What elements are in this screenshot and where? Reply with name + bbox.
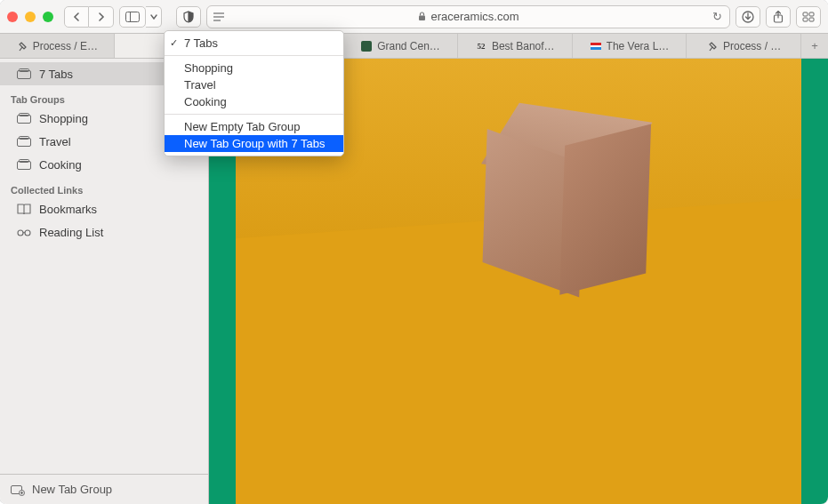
menu-item-cooking[interactable]: Cooking [165, 93, 343, 110]
close-window[interactable] [7, 12, 18, 22]
tab-label: Best Banof… [492, 40, 555, 52]
book-icon [16, 201, 32, 217]
sidebar-link-bookmarks[interactable]: Bookmarks [0, 197, 208, 220]
menu-item-new-tab-group-with-7-tabs[interactable]: New Tab Group with 7 Tabs [165, 135, 343, 152]
sidebar-link-reading-list[interactable]: Reading List [0, 220, 208, 244]
tab-6[interactable]: Process / … [687, 34, 801, 58]
menu-item-travel[interactable]: Travel [165, 76, 343, 93]
menu-item-label: New Tab Group with 7 Tabs [184, 137, 326, 150]
tab-groups-menu-button[interactable] [146, 6, 162, 28]
sidebar-link-label: Bookmarks [39, 203, 97, 216]
window-controls [7, 12, 53, 22]
tab-group-icon [16, 133, 32, 149]
tabs-overview-icon [16, 66, 32, 82]
tab-favicon [16, 40, 28, 52]
menu-item-label: 7 Tabs [184, 36, 218, 50]
sidebar-toggle-button[interactable] [119, 6, 146, 28]
address-text: eraceramics.com [431, 10, 519, 23]
sidebar-group-label: Travel [39, 135, 71, 148]
tab-0[interactable]: Process / E… [0, 34, 115, 58]
forward-button[interactable] [89, 6, 114, 28]
lock-icon [418, 12, 426, 21]
menu-item-label: Shopping [184, 61, 233, 75]
svg-rect-10 [803, 18, 808, 21]
tab-favicon [590, 40, 602, 52]
add-tab-group-icon [11, 484, 25, 496]
back-button[interactable] [64, 6, 89, 28]
new-tab-group-label: New Tab Group [32, 483, 112, 496]
content-image-sculpture [482, 109, 648, 292]
downloads-button[interactable] [736, 6, 760, 28]
menu-separator [165, 55, 343, 56]
new-tab-group-button[interactable]: New Tab Group [0, 474, 208, 504]
svg-rect-9 [809, 12, 814, 16]
privacy-report-button[interactable] [176, 6, 201, 28]
minimize-window[interactable] [25, 12, 36, 22]
sidebar-links-header: Collected Links [0, 176, 208, 197]
svg-point-21 [25, 230, 30, 236]
menu-item-shopping[interactable]: Shopping [165, 60, 343, 76]
reader-settings-icon[interactable] [213, 12, 225, 21]
tab-group-icon [16, 110, 32, 126]
svg-rect-0 [126, 12, 140, 21]
tab-3[interactable]: Grand Cen… [343, 34, 458, 58]
tab-favicon [360, 40, 373, 52]
tab-overview-button[interactable] [796, 6, 821, 28]
svg-rect-5 [419, 16, 425, 21]
share-button[interactable] [766, 6, 791, 28]
body: 7 Tabs Tab Groups ShoppingTravelCooking … [0, 59, 828, 504]
sidebar-group-label: Shopping [39, 112, 88, 125]
svg-point-20 [18, 230, 23, 236]
tab-label: Process / E… [33, 40, 98, 52]
tab-favicon: 52 [475, 40, 487, 52]
menu-item-7-tabs[interactable]: ✓7 Tabs [165, 35, 343, 52]
zoom-window[interactable] [43, 12, 53, 22]
tab-5[interactable]: The Vera L… [573, 34, 687, 58]
reload-button[interactable]: ↻ [712, 10, 722, 23]
tab-groups-menu: ✓7 TabsShoppingTravelCookingNew Empty Ta… [164, 30, 344, 156]
address-bar[interactable]: eraceramics.com ↻ [206, 5, 730, 28]
tab-bar: Process / E…Grand Cen…52Best Banof…The V… [0, 34, 828, 59]
menu-item-new-empty-tab-group[interactable]: New Empty Tab Group [165, 118, 343, 135]
menu-item-label: Cooking [184, 95, 227, 108]
menu-item-label: New Empty Tab Group [184, 120, 301, 133]
tab-label: The Vera L… [607, 40, 670, 52]
tab-label: Process / … [723, 40, 781, 52]
glasses-icon [16, 224, 32, 240]
nav-back-forward [64, 6, 114, 28]
menu-separator [165, 114, 343, 115]
tab-favicon [706, 40, 719, 52]
sidebar-link-label: Reading List [39, 226, 103, 239]
svg-rect-8 [803, 12, 808, 16]
toolbar: eraceramics.com ↻ [0, 0, 828, 34]
tab-group-icon [16, 156, 32, 172]
svg-rect-11 [809, 18, 814, 21]
check-icon: ✓ [170, 37, 178, 49]
menu-item-label: Travel [184, 78, 216, 92]
tab-4[interactable]: 52Best Banof… [458, 34, 573, 58]
new-tab-button[interactable]: + [801, 34, 828, 58]
tab-label: Grand Cen… [377, 40, 440, 52]
sidebar-group-label: Cooking [39, 158, 82, 172]
sidebar-current-label: 7 Tabs [39, 68, 73, 81]
